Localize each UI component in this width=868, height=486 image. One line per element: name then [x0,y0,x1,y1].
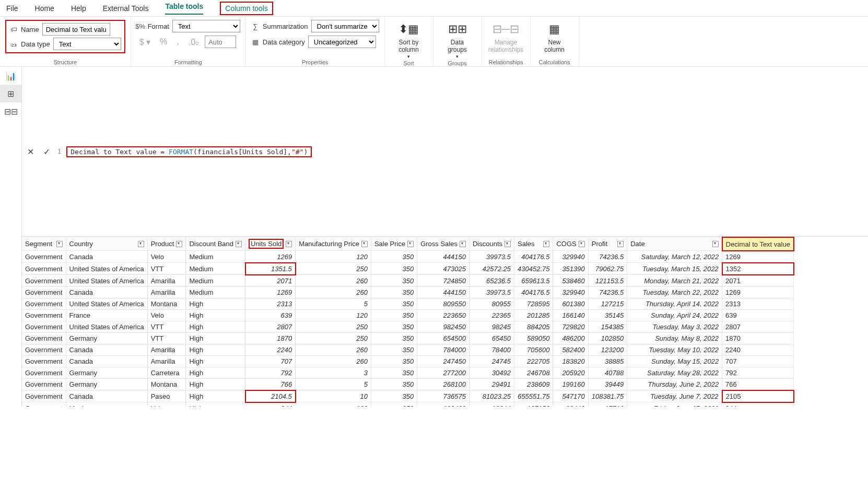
cell[interactable]: 38885 [588,355,627,367]
cell[interactable]: 250 [296,321,371,332]
table-row[interactable]: GovernmentCanadaAmarillaHigh224026035078… [22,344,794,355]
cell[interactable]: Government [22,286,66,298]
cell[interactable]: 707 [722,355,794,367]
cell[interactable]: 1269 [722,286,794,298]
cell[interactable]: 655551.75 [514,390,553,402]
cell[interactable]: 2240 [245,344,296,355]
cell[interactable]: Sunday, April 24, 2022 [627,309,722,321]
cell[interactable]: 2807 [722,321,794,332]
cell[interactable]: Sunday, May 8, 2022 [627,332,722,344]
cell[interactable]: 1351.5 [245,263,296,275]
cell[interactable]: 430452.75 [514,263,553,275]
column-header[interactable]: Segment [22,237,66,251]
cell[interactable]: High [186,332,245,344]
cell[interactable]: 350 [371,367,417,378]
cell[interactable]: Canada [66,390,147,402]
cell[interactable]: Germany [66,367,147,378]
cell[interactable]: 3 [296,367,371,378]
tab-external-tools[interactable]: External Tools [103,4,149,13]
cell[interactable]: Amarilla [147,275,186,287]
cell[interactable]: Canada [66,286,147,298]
cell[interactable]: Thursday, April 14, 2022 [627,298,722,309]
cell[interactable]: 329940 [553,251,588,263]
cell[interactable]: 247450 [417,355,470,367]
cell[interactable]: 350 [371,263,417,275]
model-view-icon[interactable]: ⊟⊟ [0,102,21,120]
cell[interactable]: 154385 [588,321,627,332]
cell[interactable]: France [66,309,147,321]
cell[interactable]: 601380 [553,298,588,309]
cell[interactable]: 277200 [417,367,470,378]
cell[interactable]: Saturday, May 28, 2022 [627,367,722,378]
table-row[interactable]: GovernmentUnited States of AmericaVTTMed… [22,263,794,275]
cell[interactable]: 736575 [417,390,470,402]
cell[interactable]: 80955 [469,298,514,309]
format-select[interactable]: Text [172,20,240,32]
cell[interactable]: 199160 [553,378,588,390]
cell[interactable]: 98245 [469,321,514,332]
cell[interactable]: 1870 [722,332,794,344]
cell[interactable]: 250 [296,332,371,344]
cell[interactable]: 350 [371,390,417,402]
cell[interactable]: 2313 [245,298,296,309]
cell[interactable]: 74236.5 [588,251,627,263]
cell[interactable]: 654500 [417,332,470,344]
cell[interactable]: 123200 [588,344,627,355]
cell[interactable]: High [186,298,245,309]
cell[interactable]: United States of America [66,275,147,287]
cell[interactable]: Paseo [147,390,186,402]
table-row[interactable]: GovernmentMexicoVeloHigh3441203501204001… [22,402,794,407]
percent-button[interactable]: % [157,37,170,47]
cell[interactable]: High [186,367,245,378]
filter-dropdown-icon[interactable] [286,241,292,247]
cell[interactable]: 884205 [514,321,553,332]
cell[interactable]: 2105 [722,390,794,402]
cell[interactable]: 40788 [588,367,627,378]
cell[interactable]: Thursday, June 2, 2022 [627,378,722,390]
cell[interactable]: 79062.75 [588,263,627,275]
cell[interactable]: Tuesday, May 10, 2022 [627,344,722,355]
cell[interactable]: 639 [245,309,296,321]
cell[interactable]: 1269 [722,251,794,263]
cell[interactable]: Germany [66,378,147,390]
cell[interactable]: 538460 [553,275,588,287]
cell[interactable]: 350 [371,378,417,390]
cell[interactable]: 350 [371,402,417,407]
cell[interactable]: 792 [245,367,296,378]
column-header[interactable]: Manufacturing Price [296,237,371,251]
cell[interactable]: 250 [296,263,371,275]
filter-dropdown-icon[interactable] [712,241,719,247]
cell[interactable]: 329940 [553,286,588,298]
cell[interactable]: 246708 [514,367,553,378]
cell[interactable]: 81023.25 [469,390,514,402]
filter-dropdown-icon[interactable] [56,241,63,247]
cell[interactable]: High [186,402,245,407]
cell[interactable]: 444150 [417,251,470,263]
table-row[interactable]: GovernmentUnited States of AmericaAmaril… [22,275,794,287]
cell[interactable]: High [186,309,245,321]
cell[interactable]: 238609 [514,378,553,390]
cell[interactable]: 350 [371,286,417,298]
cell[interactable]: 260 [296,355,371,367]
currency-button[interactable]: $ ▾ [136,37,154,47]
cell[interactable]: 268100 [417,378,470,390]
table-row[interactable]: GovernmentCanadaAmarillaMedium1269260350… [22,286,794,298]
cell[interactable]: 2071 [722,275,794,287]
cell[interactable]: 982450 [417,321,470,332]
column-header[interactable]: Date [627,237,722,251]
cell[interactable]: 792 [722,367,794,378]
cell[interactable]: Tuesday, March 15, 2022 [627,263,722,275]
cell[interactable]: 29491 [469,378,514,390]
cell[interactable]: Government [22,367,66,378]
new-column-button[interactable]: ▦ New column [536,20,573,54]
cell[interactable]: 120 [296,402,371,407]
tab-file[interactable]: File [6,4,18,13]
cell[interactable]: 809550 [417,298,470,309]
cell[interactable]: 547170 [553,390,588,402]
table-row[interactable]: GovernmentCanadaVeloMedium12691203504441… [22,251,794,263]
cell[interactable]: Tuesday, March 22, 2022 [627,286,722,298]
cell[interactable]: Monday, March 21, 2022 [627,275,722,287]
cell[interactable]: 404176.5 [514,251,553,263]
cell[interactable]: 223650 [417,309,470,321]
cell[interactable]: Government [22,378,66,390]
